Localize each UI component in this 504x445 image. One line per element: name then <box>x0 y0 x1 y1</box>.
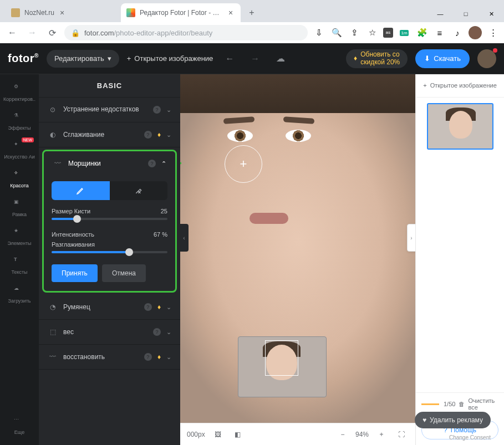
rail-beauty[interactable]: ✧Красота <box>3 165 36 193</box>
restore-icon: 〰 <box>48 352 58 362</box>
rail-more[interactable]: ⋯Еще <box>3 412 36 439</box>
slider-knob[interactable] <box>73 215 81 223</box>
close-icon[interactable]: × <box>228 8 233 17</box>
redo-button[interactable]: → <box>246 50 264 68</box>
acc-smooth[interactable]: ◐ Сглаживание ? ♦ ⌄ <box>39 122 180 147</box>
forward-button[interactable]: → <box>24 25 40 40</box>
star-icon: ★ <box>14 228 25 239</box>
close-icon[interactable]: × <box>60 8 64 17</box>
lips-icon: ✧ <box>14 170 25 181</box>
minimize-button[interactable]: — <box>427 6 453 22</box>
intensity-row: Интенсивность 67 % <box>52 231 167 238</box>
close-button[interactable]: ✕ <box>478 6 504 22</box>
download-button[interactable]: ⬇Скачать <box>415 49 470 68</box>
acc-blemish[interactable]: ⊙ Устранение недостатков ? ⌄ <box>39 98 180 122</box>
acc-weight[interactable]: ⬚ вес ? ⌄ <box>39 320 180 345</box>
help-icon[interactable]: ? <box>153 106 161 114</box>
image-icon[interactable]: 🖼 <box>211 427 225 442</box>
zoom-out-button[interactable]: − <box>335 427 350 442</box>
url-path: /photo-editor-app/editor/beauty <box>114 29 212 37</box>
zoom-in-button[interactable]: + <box>374 427 389 442</box>
collapse-sidebar-button[interactable]: › <box>407 224 415 252</box>
apply-button[interactable]: Принять <box>52 264 98 282</box>
browser-titlebar: NozNet.ru × Редактор Fotor | Fotor - онл… <box>0 0 504 22</box>
chevron-down-icon: ⌄ <box>166 131 171 139</box>
right-panel: +Открытое изображение 1/50 🗑 Очистить вс… <box>415 74 504 445</box>
acc-blush[interactable]: ◔ Румянец ? ♦ ⌄ <box>39 295 180 320</box>
edit-menu-button[interactable]: Редактировать▾ <box>47 50 119 68</box>
help-icon[interactable]: ? <box>144 131 152 139</box>
tab-noznet[interactable]: NozNet.ru × <box>6 3 116 22</box>
ext-lastfm-icon[interactable]: as <box>383 28 393 38</box>
chevron-down-icon: ⌄ <box>166 304 171 311</box>
rail-effects[interactable]: ⚗Эффекты <box>3 108 36 135</box>
reload-button[interactable]: ⟳ <box>44 25 60 40</box>
new-tab-button[interactable]: + <box>244 5 259 21</box>
tab-fotor[interactable]: Редактор Fotor | Fotor - онлай × <box>121 3 241 22</box>
rail-ai[interactable]: NEW✦Искусство Аи <box>3 136 36 164</box>
media-icon[interactable]: ♪ <box>451 26 464 39</box>
lock-icon: 🔒 <box>71 29 80 37</box>
maximize-button[interactable]: □ <box>453 6 478 22</box>
cloud-button[interactable]: ☁ <box>272 50 289 68</box>
help-icon[interactable]: ? <box>153 328 161 336</box>
share-icon[interactable]: ⇪ <box>348 26 361 39</box>
acc-label: Сглаживание <box>63 131 139 139</box>
reading-list-icon[interactable]: ≡ <box>433 26 446 39</box>
undo-button[interactable]: ← <box>221 50 238 68</box>
brush-size-row: Размер Кисти 25 <box>52 208 167 214</box>
upgrade-button[interactable]: ♦Обновить соскидкой 20% <box>346 49 408 68</box>
rail-label: Эффекты <box>8 125 31 131</box>
collapse-panel-button[interactable]: ‹ <box>180 224 189 252</box>
eraser-icon <box>134 186 143 195</box>
plus-icon: + <box>127 54 131 63</box>
extensions-icon[interactable]: 🧩 <box>415 26 429 39</box>
open-image-side[interactable]: +Открытое изображение <box>416 74 504 98</box>
smoothing-label: Разглаживания <box>52 241 167 248</box>
star-icon[interactable]: ☆ <box>365 26 379 39</box>
omnibox[interactable]: 🔒 fotor.com/photo-editor-app/editor/beau… <box>64 25 308 40</box>
clear-all-button[interactable]: Очистить все <box>468 397 498 411</box>
fullscreen-icon[interactable]: ⛶ <box>394 427 409 442</box>
help-icon[interactable]: ? <box>144 303 152 311</box>
trash-icon[interactable]: 🗑 <box>459 401 465 407</box>
slider-knob[interactable] <box>125 248 133 256</box>
crown-icon: ♦ <box>157 303 161 311</box>
plus-icon: + <box>423 82 426 89</box>
acc-wrinkles-header[interactable]: 〰 Морщинки ? ⌃ <box>44 151 175 176</box>
compare-icon[interactable]: ◧ <box>231 427 245 442</box>
ext-1m-icon[interactable]: 1m <box>398 26 411 39</box>
rail-text[interactable]: TТексты <box>3 252 36 279</box>
change-consent-link[interactable]: Change Consent <box>449 434 491 441</box>
help-icon[interactable]: ? <box>148 160 156 167</box>
rail-elements[interactable]: ★Элементы <box>3 223 36 250</box>
rail-upload[interactable]: ☁Загрузить <box>3 280 36 308</box>
cloud-upload-icon: ☁ <box>14 285 25 296</box>
zoom-icon[interactable]: 🔍 <box>330 26 343 39</box>
brush-tool[interactable] <box>52 181 110 200</box>
acc-label: Устранение недостатков <box>63 106 147 114</box>
open-image-button[interactable]: +Открытое изображение <box>127 54 213 63</box>
rail-frame[interactable]: ▣Рамка <box>3 194 36 222</box>
eraser-tool[interactable] <box>110 181 168 200</box>
zoom-value: 94% <box>355 431 369 438</box>
cancel-button[interactable]: Отмена <box>102 264 146 282</box>
install-icon[interactable]: ⇩ <box>312 26 325 39</box>
acc-label: восстановить <box>63 353 139 361</box>
menu-icon[interactable]: ⋮ <box>486 26 500 39</box>
brush-size-slider[interactable] <box>52 218 167 220</box>
thumbnail[interactable] <box>427 103 493 150</box>
acc-restore[interactable]: 〰 восстановить ? ♦ ⌄ <box>39 345 180 370</box>
minimap[interactable] <box>238 336 327 397</box>
intensity-slider[interactable] <box>52 251 167 253</box>
diamond-icon: ♦ <box>354 55 357 62</box>
minimap-viewport[interactable] <box>265 340 298 376</box>
rail-label: Искусство Аи <box>4 154 35 160</box>
remove-ads-button[interactable]: ♥Удалить рекламу <box>415 412 491 428</box>
help-icon[interactable]: ? <box>144 353 152 361</box>
profile-avatar[interactable] <box>469 26 482 39</box>
rail-adjust[interactable]: ⚙Корректиров.. <box>3 79 36 106</box>
canvas[interactable]: + ‹ › <box>180 74 415 423</box>
window-controls: — □ ✕ <box>427 6 504 22</box>
back-button[interactable]: ← <box>4 25 20 40</box>
